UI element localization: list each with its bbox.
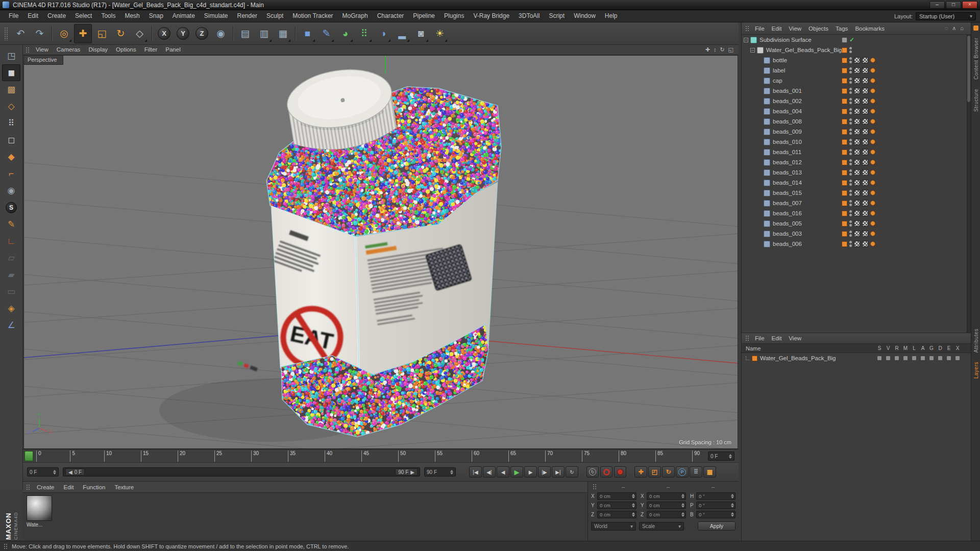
layer-column-header[interactable]: G <box>929 345 934 351</box>
texture-tag-icon[interactable] <box>854 241 860 247</box>
menu-item[interactable]: Simulate <box>200 10 233 22</box>
search-icon[interactable]: ◌ <box>945 25 948 32</box>
material-tag-icon[interactable] <box>870 78 875 83</box>
autokeying-toggle[interactable] <box>600 466 612 478</box>
coords-column-header[interactable]: -- <box>691 484 736 490</box>
size-z-field[interactable]: 0 cm <box>647 511 686 518</box>
visibility-dots[interactable] <box>849 139 852 145</box>
menu-item[interactable]: Animate <box>168 10 200 22</box>
object-row[interactable]: beads_008 ✓ <box>742 116 971 127</box>
toolbar-divider[interactable] <box>231 24 235 43</box>
spinner-icon[interactable] <box>731 512 734 517</box>
uvw-tag-icon[interactable] <box>862 98 868 104</box>
material-tag-icon[interactable] <box>870 88 875 93</box>
last-tool-used[interactable]: ◇ <box>131 24 149 43</box>
goto-end-button[interactable]: ▶| <box>552 466 565 478</box>
close-button[interactable]: × <box>962 1 977 9</box>
object-row[interactable]: beads_013 ✓ <box>742 167 971 178</box>
layer-column-header[interactable]: A <box>920 345 925 351</box>
layer-toggle[interactable] <box>912 356 917 361</box>
object-row[interactable]: beads_007 ✓ <box>742 198 971 208</box>
add-cube-button[interactable]: ■ <box>299 24 316 43</box>
home-icon[interactable]: ⌂ <box>960 25 964 32</box>
object-row[interactable]: beads_015 ✓ <box>742 188 971 198</box>
material-tag-icon[interactable] <box>870 170 875 175</box>
redo-button[interactable]: ↷ <box>31 24 48 43</box>
visibility-dots[interactable] <box>849 57 852 63</box>
grip-handle[interactable] <box>745 26 750 32</box>
size-y-field[interactable]: 0 cm <box>647 502 686 509</box>
texture-tag-icon[interactable] <box>854 180 860 186</box>
add-subdivision-surface-button[interactable]: ◕ <box>336 24 354 43</box>
viewport-menu-item[interactable]: Cameras <box>53 45 85 55</box>
position-z-field[interactable]: 0 cm <box>597 511 636 518</box>
beads-spill[interactable] <box>24 56 738 449</box>
material-item[interactable]: Wate... <box>27 495 54 528</box>
rotation-p-field[interactable]: 0 ° <box>696 502 736 509</box>
menu-item[interactable]: Plugins <box>439 10 469 22</box>
expand-toggle[interactable] <box>744 38 748 42</box>
layer-column-header[interactable]: X <box>955 345 960 351</box>
z-axis-lock[interactable]: Z <box>193 24 211 43</box>
prev-key-button[interactable]: ◀| <box>483 466 496 478</box>
model-mode-button[interactable]: ◼ <box>2 64 20 81</box>
goto-start-button[interactable]: |◀ <box>469 466 482 478</box>
rotate-tool[interactable]: ↻ <box>112 24 130 43</box>
spinner-icon[interactable] <box>731 494 734 498</box>
texture-tag-icon[interactable] <box>854 118 860 124</box>
layer-color-chip[interactable] <box>842 109 847 114</box>
add-spline-button[interactable]: ✎ <box>317 24 335 43</box>
visibility-dots[interactable] <box>849 200 852 206</box>
layer-color-chip[interactable] <box>842 78 847 84</box>
uvw-tag-icon[interactable] <box>862 108 868 114</box>
menu-item[interactable]: Mesh <box>120 10 144 22</box>
visibility-dots[interactable] <box>849 149 852 155</box>
layout-select[interactable]: Startup (User) ▾ <box>916 12 976 20</box>
next-frame-button[interactable]: ▶ <box>524 466 537 478</box>
object-tree-scrollbar[interactable] <box>967 35 971 333</box>
texture-tag-icon[interactable] <box>854 67 860 73</box>
material-tag-icon[interactable] <box>870 58 875 63</box>
material-tag-icon[interactable] <box>870 119 875 124</box>
grip-handle[interactable] <box>4 27 9 40</box>
menu-item[interactable]: 3DToAll <box>514 10 544 22</box>
camera-view-label[interactable]: Perspective <box>24 56 63 65</box>
uvw-tag-icon[interactable] <box>862 78 868 84</box>
uvw-tag-icon[interactable] <box>862 200 868 206</box>
toolbar-divider[interactable] <box>150 24 154 43</box>
render-view-button[interactable]: ▤ <box>236 24 254 43</box>
grip-handle[interactable] <box>593 484 597 490</box>
visibility-dots[interactable] <box>849 190 852 196</box>
visibility-dots[interactable] <box>849 129 852 135</box>
prev-frame-button[interactable]: ◀ <box>497 466 509 478</box>
layer-toggle[interactable] <box>877 356 882 361</box>
visibility-dots[interactable] <box>849 67 852 73</box>
texture-tag-icon[interactable] <box>854 129 860 135</box>
layer-color-chip[interactable] <box>842 160 847 165</box>
sculpt-brush-button[interactable]: ✎ <box>2 216 20 233</box>
visibility-dots[interactable] <box>849 169 852 176</box>
layer-column-header[interactable]: V <box>886 345 891 351</box>
position-x-field[interactable]: 0 cm <box>597 492 636 500</box>
material-menu-item[interactable]: Texture <box>110 484 138 490</box>
object-row[interactable]: cap ✓ <box>742 76 971 86</box>
layer-color-chip[interactable] <box>842 139 847 145</box>
layer-toggle[interactable] <box>920 356 925 361</box>
add-floor-button[interactable]: ▂ <box>393 24 411 43</box>
layer-color-chip[interactable] <box>842 119 847 124</box>
layer-color-chip[interactable] <box>842 68 847 73</box>
layer-toggle[interactable] <box>886 356 891 361</box>
layer-manager-menu-item[interactable]: Edit <box>768 335 786 341</box>
keyframe-selection-button[interactable] <box>614 466 626 478</box>
uvw-tag-icon[interactable] <box>862 241 868 247</box>
layer-toggle[interactable] <box>938 356 943 361</box>
object-row[interactable]: Subdivision Surface ✓ <box>742 35 971 45</box>
uvw-tag-icon[interactable] <box>862 210 868 216</box>
spinner-icon[interactable] <box>450 470 453 474</box>
side-tab[interactable]: Layers <box>973 362 979 379</box>
material-tag-icon[interactable] <box>870 180 875 185</box>
object-row[interactable]: beads_009 ✓ <box>742 127 971 137</box>
object-row[interactable]: beads_006 ✓ <box>742 239 971 249</box>
layer-color-chip[interactable] <box>842 190 847 196</box>
material-preview-sphere[interactable] <box>27 495 52 521</box>
